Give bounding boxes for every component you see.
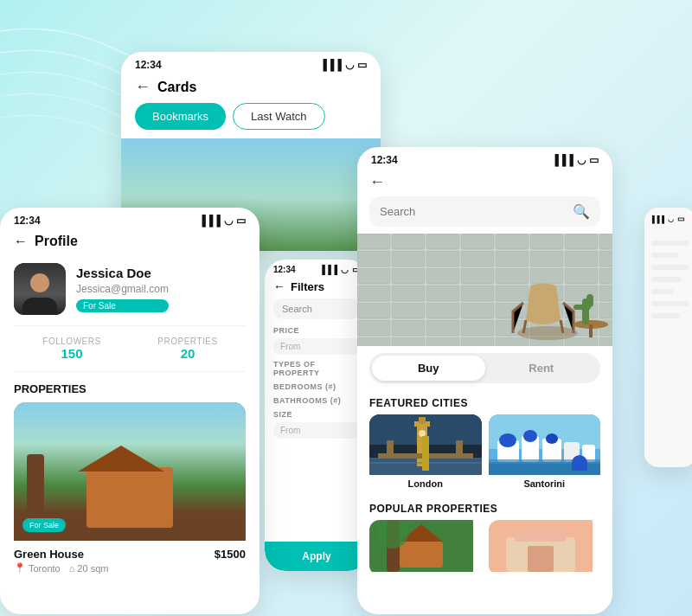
- section-title-properties: PROPERTIES: [0, 372, 260, 402]
- buy-button[interactable]: Buy: [372, 356, 485, 381]
- signal-far-right: ▐▐▐: [650, 215, 664, 223]
- filter-types-section: TYPES OF PROPERTY: [273, 360, 360, 377]
- svg-rect-18: [456, 440, 463, 453]
- card-far-right: ▐▐▐ ◡ ▭: [644, 208, 692, 467]
- back-arrow-main[interactable]: ←: [369, 173, 385, 191]
- status-bar-far-right: ▐▐▐ ◡ ▭: [644, 208, 692, 227]
- svg-rect-8: [586, 294, 593, 307]
- featured-cities-title: FEATURED CITIES: [357, 390, 612, 414]
- profile-info: Jessica Doe Jessica@gmail.com For Sale: [76, 266, 169, 312]
- card-main: 12:34 ▐▐▐ ◡ ▭ ← 🔍: [357, 147, 612, 614]
- battery-icon: ▭: [357, 59, 367, 71]
- svg-rect-19: [369, 462, 482, 464]
- popular-card-1[interactable]: [369, 520, 482, 575]
- property-name: Green House: [14, 548, 108, 561]
- city-santorini-name: Santorini: [489, 475, 601, 492]
- wifi-icon-filters: ◡: [341, 265, 349, 274]
- status-bar-bookmarks: 12:34 ▐▐▐ ◡ ▭: [121, 52, 381, 74]
- popular-card-2[interactable]: [489, 520, 601, 575]
- line-6: [651, 301, 689, 306]
- svg-rect-17: [387, 440, 394, 453]
- tab-last-watch[interactable]: Last Watch: [233, 103, 325, 130]
- signal-icon-profile: ▐▐▐: [198, 215, 221, 227]
- nav-bar-profile: ← Profile: [0, 230, 260, 256]
- back-arrow-profile[interactable]: ←: [14, 234, 28, 249]
- signal-icon: ▐▐▐: [319, 59, 342, 71]
- filter-price-from[interactable]: From: [273, 338, 360, 355]
- size-icon: ⌂: [69, 563, 75, 574]
- line-2: [651, 253, 678, 258]
- avatar: [14, 263, 66, 315]
- profile-email: Jessica@gmail.com: [76, 283, 169, 295]
- status-bar-profile: 12:34 ▐▐▐ ◡ ▭: [0, 208, 260, 230]
- search-icon[interactable]: 🔍: [573, 203, 590, 220]
- svg-point-15: [419, 430, 426, 437]
- profile-name: Jessica Doe: [76, 266, 169, 280]
- properties-label: PROPERTIES: [130, 337, 246, 346]
- filter-size-from[interactable]: From: [273, 422, 360, 439]
- filter-bathrooms-label: BATHROOMS (#): [273, 396, 360, 405]
- status-icons-far-right: ▐▐▐ ◡ ▭: [650, 215, 685, 223]
- london-image: [369, 414, 482, 475]
- nav-bar-main: ←: [357, 170, 612, 196]
- status-icons-profile: ▐▐▐ ◡ ▭: [198, 215, 246, 227]
- filter-bedrooms-section: BEDROOMS (#): [273, 382, 360, 391]
- filter-price-section: PRICE From: [273, 326, 360, 355]
- status-bar-main: 12:34 ▐▐▐ ◡ ▭: [357, 147, 612, 170]
- property-location: 📍 Toronto: [14, 562, 61, 574]
- line-7: [651, 313, 680, 318]
- line-1: [651, 241, 689, 246]
- status-time-profile: 12:34: [14, 215, 41, 227]
- nav-bar-bookmarks: ← Cards: [121, 74, 381, 103]
- filter-apply-button[interactable]: Apply: [265, 542, 368, 571]
- city-card-santorini[interactable]: Santorini: [489, 414, 601, 492]
- status-icons-bookmarks: ▐▐▐ ◡ ▭: [319, 59, 367, 71]
- battery-far-right: ▭: [677, 215, 685, 223]
- property-info: Green House 📍 Toronto ⌂ 20 sqm $1500: [14, 541, 246, 577]
- svg-rect-42: [528, 546, 554, 572]
- status-icons-main: ▐▐▐ ◡ ▭: [551, 154, 599, 166]
- property-price: $1500: [215, 548, 246, 561]
- popular-img-2: [489, 520, 593, 572]
- back-arrow-bookmarks[interactable]: ←: [135, 78, 151, 96]
- status-icons-filters: ▐▐▐ ◡ ▭: [319, 265, 360, 274]
- stats-row: FOLLOWERS 150 PROPERTIES 20: [14, 325, 246, 372]
- property-card[interactable]: For Sale Green House 📍 Toronto ⌂ 20 sqm …: [14, 402, 246, 577]
- nav-title-bookmarks: Cards: [157, 80, 196, 95]
- back-arrow-filters[interactable]: ←: [273, 279, 285, 293]
- svg-point-29: [546, 433, 558, 444]
- card-profile: 12:34 ▐▐▐ ◡ ▭ ← Profile Jessica Doe Jess…: [0, 208, 260, 614]
- nav-title-filters: Filters: [291, 280, 324, 293]
- search-bar[interactable]: 🔍: [369, 196, 600, 227]
- property-image: For Sale: [14, 402, 246, 541]
- tab-bookmarks[interactable]: Bookmarks: [135, 103, 226, 130]
- hero-image: [357, 234, 612, 346]
- svg-rect-12: [417, 423, 427, 466]
- filter-size-label: SIZE: [273, 410, 360, 419]
- search-input[interactable]: [380, 205, 566, 218]
- filter-content: Search PRICE From TYPES OF PROPERTY BEDR…: [265, 298, 368, 439]
- filter-bedrooms-label: BEDROOMS (#): [273, 382, 360, 391]
- city-card-london[interactable]: London: [369, 414, 482, 492]
- popular-row: [357, 520, 612, 575]
- wifi-icon-profile: ◡: [224, 215, 233, 227]
- nav-bar-filters: ← Filters: [265, 276, 368, 298]
- avatar-figure: [14, 263, 66, 315]
- rent-button[interactable]: Rent: [485, 356, 599, 381]
- popular-title: POPULAR PROPERTIES: [357, 499, 612, 520]
- svg-point-3: [517, 326, 578, 340]
- status-time-filters: 12:34: [273, 265, 296, 274]
- status-bar-filters: 12:34 ▐▐▐ ◡ ▭: [265, 260, 368, 276]
- filter-types-label: TYPES OF PROPERTY: [273, 360, 360, 377]
- filter-size-section: SIZE From: [273, 410, 360, 439]
- buy-rent-toggle: Buy Rent: [369, 353, 600, 383]
- tab-row-bookmarks: Bookmarks Last Watch: [121, 103, 381, 138]
- for-sale-badge: For Sale: [22, 518, 66, 532]
- filter-search-btn[interactable]: Search: [273, 298, 360, 319]
- filter-price-label: PRICE: [273, 326, 360, 335]
- svg-rect-11: [369, 458, 482, 475]
- line-5: [651, 289, 674, 294]
- stat-followers: FOLLOWERS 150: [14, 337, 130, 361]
- wifi-far-right: ◡: [668, 215, 674, 223]
- property-name-wrapper: Green House 📍 Toronto ⌂ 20 sqm: [14, 548, 108, 574]
